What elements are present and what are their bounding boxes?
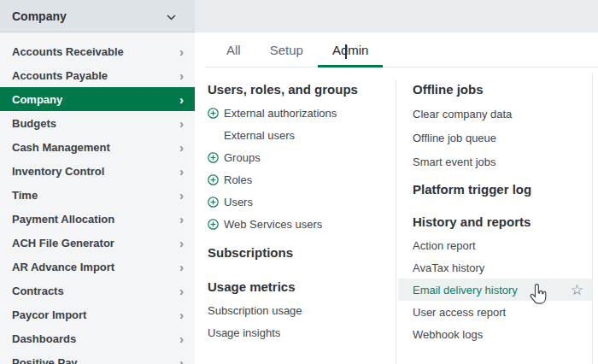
chevron-right-icon: ›	[179, 285, 184, 297]
chevron-right-icon: ›	[179, 332, 184, 345]
link-user-access-report[interactable]: User access report	[413, 301, 592, 323]
chevron-right-icon: ›	[179, 237, 184, 250]
chevron-right-icon: ›	[179, 213, 184, 226]
tab-bar: All Setup Admin	[205, 32, 598, 68]
chevron-right-icon: ›	[179, 189, 184, 202]
link-smart-event-jobs[interactable]: Smart event jobs	[413, 150, 592, 173]
column-divider	[396, 79, 396, 364]
chevron-right-icon: ›	[179, 93, 184, 106]
panel-right-border	[592, 73, 593, 364]
link-usage-insights[interactable]: Usage insights	[208, 321, 389, 343]
admin-menu-left-column: Users, roles, and groups External author…	[208, 68, 389, 343]
admin-menu-right-column: Offline jobs Clear company data Offline …	[413, 68, 592, 345]
link-roles[interactable]: Roles	[208, 168, 389, 191]
section-heading-usage-metrics: Usage metrics	[208, 275, 389, 299]
sidebar-item-cash-management[interactable]: Cash Management ›	[0, 135, 195, 159]
admin-menu-panel: Users, roles, and groups External author…	[205, 68, 598, 364]
chevron-right-icon: ›	[179, 356, 184, 364]
sidebar-item-time[interactable]: Time ›	[0, 183, 195, 207]
sidebar-item-dashboards[interactable]: Dashboards ›	[0, 326, 195, 350]
sidebar-item-payment-allocation[interactable]: Payment Allocation ›	[0, 207, 195, 231]
link-external-users[interactable]: External users	[208, 124, 389, 146]
plus-circle-icon	[208, 219, 219, 230]
sidebar-item-positive-pay[interactable]: Positive Pay ›	[0, 350, 195, 364]
chevron-right-icon: ›	[179, 69, 184, 82]
chevron-right-icon: ›	[179, 45, 184, 58]
link-external-authorizations[interactable]: External authorizations	[208, 102, 389, 124]
tab-setup[interactable]: Setup	[255, 32, 318, 67]
chevron-down-icon	[167, 9, 176, 23]
section-heading-history-and-reports: History and reports	[413, 210, 592, 234]
plus-circle-icon	[208, 197, 219, 208]
link-groups[interactable]: Groups	[208, 146, 389, 168]
link-clear-company-data[interactable]: Clear company data	[413, 102, 592, 126]
plus-circle-icon	[208, 152, 219, 163]
link-email-delivery-history[interactable]: Email delivery history ☆	[398, 279, 592, 301]
sidebar-header-label: Company	[12, 9, 67, 23]
chevron-right-icon: ›	[179, 141, 184, 154]
section-heading-offline-jobs: Offline jobs	[413, 78, 592, 102]
chevron-right-icon: ›	[179, 261, 184, 273]
sidebar-item-ar-advance-import[interactable]: AR Advance Import ›	[0, 255, 195, 279]
tab-all[interactable]: All	[212, 32, 255, 67]
plus-circle-icon	[208, 174, 219, 185]
app-window: Company Accounts Receivable › Accounts P…	[0, 0, 598, 364]
star-favorite-icon[interactable]: ☆	[571, 281, 592, 299]
sidebar-menu: Accounts Receivable › Accounts Payable ›…	[0, 32, 195, 364]
link-webhook-logs[interactable]: Webhook logs	[413, 323, 592, 345]
sidebar-item-contracts[interactable]: Contracts ›	[0, 279, 195, 302]
sidebar-item-accounts-payable[interactable]: Accounts Payable ›	[0, 63, 195, 87]
link-action-report[interactable]: Action report	[413, 234, 592, 256]
sidebar-item-paycor-import[interactable]: Paycor Import ›	[0, 302, 195, 326]
sidebar-item-company[interactable]: Company ›	[0, 87, 195, 111]
link-subscription-usage[interactable]: Subscription usage	[208, 299, 389, 321]
link-avatax-history[interactable]: AvaTax history	[413, 256, 592, 279]
chevron-right-icon: ›	[179, 117, 184, 130]
plus-circle-icon	[208, 108, 219, 119]
link-web-services-users[interactable]: Web Services users	[208, 213, 389, 235]
link-subscriptions[interactable]: Subscriptions	[208, 241, 389, 265]
link-offline-job-queue[interactable]: Offline job queue	[413, 126, 592, 150]
top-strip	[195, 0, 598, 32]
sidebar-item-budgets[interactable]: Budgets ›	[0, 111, 195, 135]
sidebar-item-ach-file-generator[interactable]: ACH File Generator ›	[0, 231, 195, 255]
link-users[interactable]: Users	[208, 191, 389, 213]
sidebar-item-inventory-control[interactable]: Inventory Control ›	[0, 159, 195, 183]
link-platform-trigger-log[interactable]: Platform trigger log	[413, 178, 592, 202]
chevron-right-icon: ›	[179, 308, 184, 321]
sidebar-item-accounts-receivable[interactable]: Accounts Receivable ›	[0, 39, 195, 63]
sidebar-header-company[interactable]: Company	[0, 0, 195, 32]
sidebar: Company Accounts Receivable › Accounts P…	[0, 0, 195, 364]
section-heading-users-roles-groups: Users, roles, and groups	[208, 78, 389, 102]
tab-admin[interactable]: Admin	[318, 32, 384, 67]
text-caret	[345, 44, 347, 59]
chevron-right-icon: ›	[179, 165, 184, 178]
